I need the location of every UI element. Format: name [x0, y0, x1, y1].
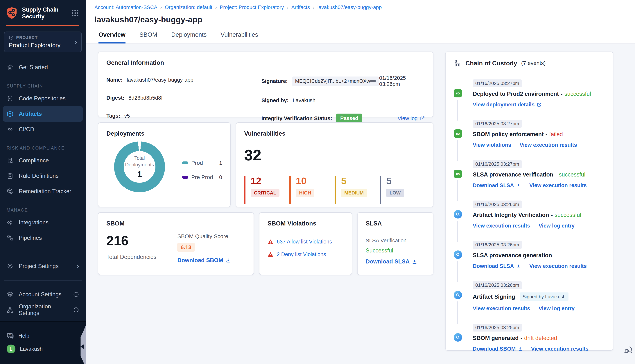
download-icon — [516, 183, 521, 188]
custody-events-list: ∞ 01/16/2025 03:27pm Deployed to Prod2 e… — [454, 80, 605, 364]
hierarchy-icon — [454, 59, 461, 67]
event-title: Artifact Signing — [473, 294, 515, 300]
event-title: Artifact Integrity Verification — [473, 212, 549, 218]
external-link-icon — [420, 116, 425, 121]
download-sbom-link[interactable]: Download SBOM — [177, 257, 231, 264]
support-chat-icon[interactable] — [623, 345, 634, 356]
view-log-entry-link[interactable]: View log entry — [539, 306, 574, 312]
org-chart-icon — [7, 306, 14, 313]
brand-divider — [6, 25, 79, 26]
card-title: SBOM — [106, 220, 246, 227]
help-button[interactable]: ? Help — [7, 329, 79, 342]
custody-event-artifact-signing: 01/16/2025 03:26pm Artifact Signing Sign… — [454, 281, 605, 324]
sidebar-item-pipelines[interactable]: Pipelines — [0, 230, 86, 246]
breadcrumb-separator: › — [160, 4, 162, 10]
tab-sbom[interactable]: SBOM — [139, 31, 157, 44]
tabs: Overview SBOM Deployments Vulnerabilitie… — [94, 31, 635, 44]
remediation-cube-icon — [7, 188, 14, 195]
deny-list-violations-row: 2 Deny list Violations — [268, 251, 344, 258]
view-log-entry-link[interactable]: View log entry — [539, 223, 574, 229]
breadcrumb-project[interactable]: Project: Product Exploratory — [220, 4, 284, 10]
download-sbom-link[interactable]: Download SBOM — [473, 346, 523, 352]
download-slsa-link[interactable]: Download SLSA — [366, 258, 417, 265]
event-status: drift detected — [524, 335, 557, 342]
tab-overview[interactable]: Overview — [98, 31, 125, 44]
status-badge: Passed — [336, 114, 362, 123]
event-title: SBOM policy enforcement — [473, 131, 544, 138]
sidebar-item-organization-settings[interactable]: Organization Settings — [0, 302, 86, 318]
info-icon — [73, 307, 79, 313]
view-execution-results-link[interactable]: View execution results — [529, 263, 587, 269]
view-execution-results-link[interactable]: View execution results — [473, 306, 530, 312]
tab-vulnerabilities[interactable]: Vulnerabilities — [221, 31, 258, 44]
pipelines-icon — [7, 234, 14, 242]
deny-list-violations-link[interactable]: 2 Deny list Violations — [277, 251, 326, 258]
breadcrumb-organization[interactable]: Organization: default — [165, 4, 212, 10]
breadcrumb-separator: › — [287, 4, 289, 10]
event-timestamp: 01/16/2025 03:27pm — [473, 120, 522, 128]
card-title: General Information — [106, 59, 425, 66]
view-violations-link[interactable]: View violations — [473, 142, 511, 148]
user-menu[interactable]: L Lavakush — [7, 342, 79, 356]
sidebar-nav: Get Started SUPPLY CHAIN Code Repositori… — [0, 60, 86, 318]
sidebar-item-remediation-tracker[interactable]: Remediation Tracker — [0, 184, 86, 199]
digest-value: 8d23bd3b5d8f — [128, 95, 162, 101]
view-execution-results-link[interactable]: View execution results — [473, 223, 530, 229]
chevron-right-icon: › — [75, 38, 77, 46]
page-header: Account: Automation-SSCA › Organization:… — [86, 0, 635, 44]
scan-magnifier-icon — [454, 250, 462, 259]
custody-event-sbom-policy: ∞ 01/16/2025 03:27pm SBOM policy enforce… — [454, 120, 605, 160]
allow-list-violations-row: 637 Allow list Violations — [268, 239, 344, 245]
card-title: Vulnerabilities — [244, 130, 425, 137]
info-icon — [73, 292, 79, 298]
warning-icon — [268, 239, 273, 245]
deployments-donut-chart: Total Deployments 1 — [114, 142, 165, 192]
sidebar-item-cicd[interactable]: CI/CD — [0, 122, 86, 137]
view-log-link[interactable]: View log — [398, 116, 425, 122]
total-dependencies-value: 216 — [106, 233, 156, 248]
breadcrumb-account[interactable]: Account: Automation-SSCA — [94, 4, 157, 10]
sidebar-item-compliance[interactable]: Compliance — [0, 153, 86, 168]
slsa-verification-status: Successful — [366, 247, 425, 254]
vertical-divider — [167, 233, 167, 264]
sidebar-item-integrations[interactable]: Integrations — [0, 215, 86, 230]
tags-label: Tags: — [106, 113, 120, 119]
slsa-card: SLSA SLSA Verification Successful Downlo… — [357, 212, 434, 275]
view-deployment-details-link[interactable]: View deployment details — [473, 102, 541, 108]
sidebar-item-rule-definitions[interactable]: Rule Definitions — [0, 168, 86, 184]
module-grid-icon[interactable] — [71, 9, 79, 17]
download-slsa-link[interactable]: Download SLSA — [473, 182, 521, 188]
breadcrumb-current[interactable]: lavakush07/easy-buggy-app — [317, 4, 382, 10]
chain-of-custody-title: Chain of Custody — [465, 60, 517, 67]
project-selector[interactable]: PROJECT Product Exploratory › — [4, 32, 82, 52]
svg-text:?: ? — [9, 333, 11, 336]
sbom-quality-score-value: 6.13 — [177, 243, 194, 252]
breadcrumb: Account: Automation-SSCA › Organization:… — [94, 4, 635, 10]
event-timestamp: 01/16/2025 03:26pm — [473, 241, 522, 249]
tab-deployments[interactable]: Deployments — [171, 31, 207, 44]
chevron-right-icon: › — [77, 263, 79, 270]
sidebar-item-project-settings[interactable]: Project Settings › — [0, 258, 86, 274]
vulnerabilities-total: 32 — [244, 146, 425, 164]
section-manage: MANAGE — [0, 208, 86, 213]
chain-events-count: (7 events) — [521, 60, 546, 66]
sidebar-item-account-settings[interactable]: Account Settings — [0, 287, 86, 302]
view-execution-results-link[interactable]: View execution results — [531, 346, 588, 352]
severity-medium: 5 MEDIUM — [335, 176, 380, 204]
card-title: SBOM Violations — [268, 220, 344, 227]
prod-swatch-icon — [182, 162, 188, 164]
sidebar-item-get-started[interactable]: Get Started — [0, 60, 86, 75]
allow-list-violations-link[interactable]: 637 Allow list Violations — [277, 239, 332, 245]
view-execution-results-link[interactable]: View execution results — [529, 182, 587, 188]
download-slsa-link[interactable]: Download SLSA — [473, 263, 521, 269]
sidebar-item-artifacts[interactable]: Artifacts — [3, 106, 83, 122]
sidebar-item-code-repositories[interactable]: Code Repositories — [0, 91, 86, 106]
integrity-status-label: Integrity Verification Status: — [262, 116, 332, 122]
breadcrumb-artifacts[interactable]: Artifacts — [291, 4, 310, 10]
avatar: L — [7, 344, 16, 353]
vertical-divider — [253, 75, 253, 123]
custody-event-deployed: ∞ 01/16/2025 03:27pm Deployed to Prod2 e… — [454, 80, 605, 120]
view-execution-results-link[interactable]: View execution results — [520, 142, 577, 148]
artifact-cube-icon — [7, 110, 14, 118]
donut-center-value: 1 — [137, 169, 142, 179]
